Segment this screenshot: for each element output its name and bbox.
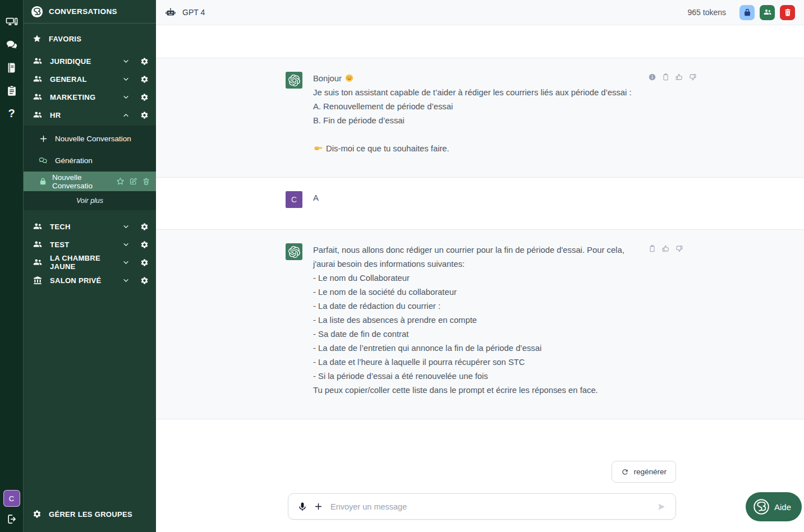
message-line: j'aurai besoin des informations suivante… <box>313 257 624 271</box>
conversation-label: Nouvelle Conversatio <box>52 173 109 190</box>
message-line: - La date et l’heure à laquelle il pourr… <box>313 355 624 369</box>
model-label: GPT 4 <box>182 8 205 17</box>
new-conversation-button[interactable]: Nouvelle Conversation <box>24 128 156 150</box>
group-label: MARKETING <box>50 93 95 101</box>
sidebar-group-salon-priv-[interactable]: SALON PRIVÉ <box>24 271 156 289</box>
message-input[interactable] <box>329 502 650 512</box>
chat-area: Bonjour Je suis ton assistant capable de… <box>156 25 804 532</box>
gear-icon[interactable] <box>140 75 149 84</box>
chevron-down-icon[interactable] <box>122 223 130 230</box>
chevron-down-icon[interactable] <box>122 94 130 101</box>
group-list-top: JURIDIQUEGENERALMARKETING <box>24 52 156 106</box>
thumbs-up-icon[interactable] <box>675 73 683 81</box>
message-line: - Sa date de fin de contrat <box>313 327 624 341</box>
book-icon[interactable] <box>6 62 18 74</box>
copy-icon[interactable] <box>661 73 670 81</box>
gear-icon[interactable] <box>140 57 149 66</box>
token-count: 965 tokens <box>688 8 727 17</box>
app-logo-icon <box>31 6 43 18</box>
chevron-down-icon[interactable] <box>122 58 130 65</box>
gear-icon[interactable] <box>140 223 149 231</box>
app-title: CONVERSATIONS <box>49 7 117 16</box>
chevron-down-icon[interactable] <box>122 241 130 248</box>
sidebar-group-test[interactable]: TEST <box>24 235 156 253</box>
copy-icon[interactable] <box>648 244 656 253</box>
group-label: GENERAL <box>50 75 87 84</box>
see-more-button[interactable]: Voir plus <box>24 191 156 210</box>
thumbs-up-icon[interactable] <box>661 244 670 253</box>
message-line: - La date de rédaction du courrier : <box>313 299 624 313</box>
chevron-up-icon[interactable] <box>122 112 130 119</box>
main-area: GPT 4 965 tokens Bonjour Je suis ton ass… <box>156 0 804 532</box>
topbar: GPT 4 965 tokens <box>156 0 804 25</box>
lock-icon <box>743 8 752 17</box>
send-icon[interactable] <box>656 502 667 512</box>
message-line: - Si la période d’essai a été renouvelée… <box>313 369 624 383</box>
sidebar-group-tech[interactable]: TECH <box>24 218 156 235</box>
message-line: - Le nom du Collaborateur <box>313 271 624 285</box>
manage-groups-button[interactable]: GÉRER LES GROUPES <box>24 510 156 532</box>
gear-icon <box>33 510 42 519</box>
chat-bubbles-icon[interactable] <box>6 39 18 51</box>
message-line: - Le nom de la société du collaborateur <box>313 285 624 299</box>
users-icon <box>33 110 43 120</box>
message-line: - La liste des absences à prendre en com… <box>313 313 624 327</box>
message-line <box>313 128 632 142</box>
users-icon <box>33 74 43 84</box>
gear-icon[interactable] <box>140 276 149 285</box>
group-label: LA CHAMBRE JAUNE <box>50 254 108 271</box>
logout-icon[interactable] <box>6 514 17 525</box>
group-label: TEST <box>50 240 69 249</box>
sidebar-group-general[interactable]: GENERAL <box>24 70 156 88</box>
edit-icon[interactable] <box>129 177 137 186</box>
sidebar-group-la-chambre-jaune[interactable]: LA CHAMBRE JAUNE <box>24 253 156 271</box>
regenerate-button[interactable]: regénérer <box>612 461 676 483</box>
delete-conversation-button[interactable] <box>780 5 795 20</box>
help-button[interactable]: Aide <box>746 492 802 521</box>
sidebar-group-juridique[interactable]: JURIDIQUE <box>24 52 156 70</box>
favorite-star-icon[interactable] <box>116 177 125 186</box>
hugging-face-emoji <box>344 73 354 83</box>
gear-icon[interactable] <box>140 240 149 249</box>
info-icon[interactable] <box>648 73 656 81</box>
gear-icon[interactable] <box>140 93 149 101</box>
sidebar-item-selected-conversation[interactable]: Nouvelle Conversatio <box>24 172 156 191</box>
monitor-icon[interactable] <box>6 16 18 28</box>
chevron-down-icon[interactable] <box>122 277 130 284</box>
lock-icon <box>39 177 47 186</box>
microphone-icon[interactable] <box>297 502 307 512</box>
thumbs-down-icon[interactable] <box>688 73 697 81</box>
sidebar-item-favoris[interactable]: FAVORIS <box>24 30 156 47</box>
rail-bottom: C <box>3 490 20 525</box>
help-icon[interactable]: ? <box>8 108 15 119</box>
user-message: CA <box>156 178 804 229</box>
message-text: A <box>313 191 319 208</box>
assistant-message: Bonjour Je suis ton assistant capable de… <box>156 58 804 178</box>
user-avatar[interactable]: C <box>3 490 20 507</box>
sidebar-group-hr[interactable]: HR <box>24 106 156 124</box>
message-text: Parfait, nous allons donc rédiger un cou… <box>313 243 624 397</box>
sidebar-item-generation[interactable]: Génération <box>24 150 156 172</box>
trash-icon <box>783 8 792 17</box>
lock-button[interactable] <box>739 5 755 20</box>
chevron-down-icon[interactable] <box>122 76 130 83</box>
plus-icon <box>39 134 48 144</box>
message-line: A. Renouvellement de période d’essai <box>313 100 632 114</box>
thumbs-down-icon[interactable] <box>675 244 683 253</box>
assistant-avatar <box>286 72 302 89</box>
share-users-button[interactable] <box>760 5 775 20</box>
message-line: B. Fin de période d’essai <box>313 114 632 128</box>
gear-icon[interactable] <box>140 258 149 267</box>
conversation-actions <box>116 177 150 186</box>
user-avatar: C <box>286 191 302 208</box>
gear-icon[interactable] <box>140 111 149 119</box>
attach-plus-icon[interactable] <box>314 502 323 511</box>
trash-icon[interactable] <box>142 177 150 186</box>
assistant-message: Parfait, nous allons donc rédiger un cou… <box>156 229 804 419</box>
clipboard-icon[interactable] <box>6 85 18 97</box>
chevron-down-icon[interactable] <box>122 259 130 266</box>
hr-group-submenu: Nouvelle Conversation Génération Nouvell… <box>24 126 156 210</box>
sidebar-group-marketing[interactable]: MARKETING <box>24 88 156 106</box>
users-icon <box>763 8 772 17</box>
message-actions <box>648 73 697 81</box>
